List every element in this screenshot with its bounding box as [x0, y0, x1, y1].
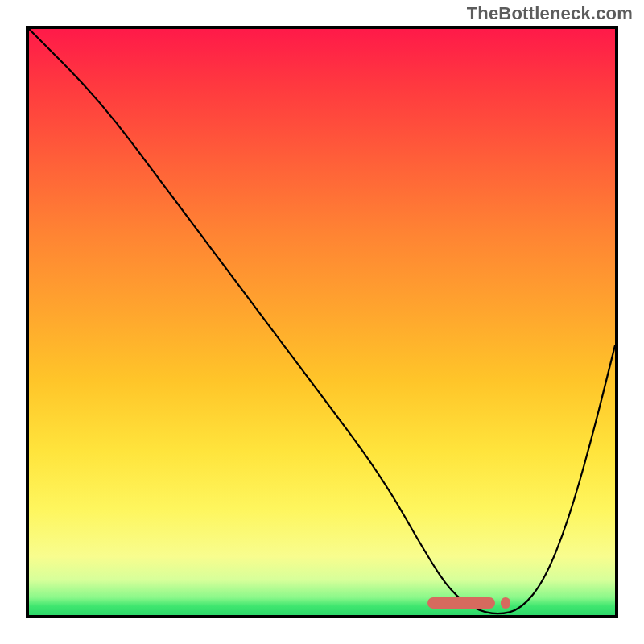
optimal-marker-dot [501, 597, 510, 609]
bottleneck-curve [29, 29, 615, 615]
watermark-text: TheBottleneck.com [467, 3, 633, 24]
plot-area [26, 26, 618, 618]
chart-container: TheBottleneck.com [0, 0, 644, 644]
optimal-marker [427, 597, 495, 609]
